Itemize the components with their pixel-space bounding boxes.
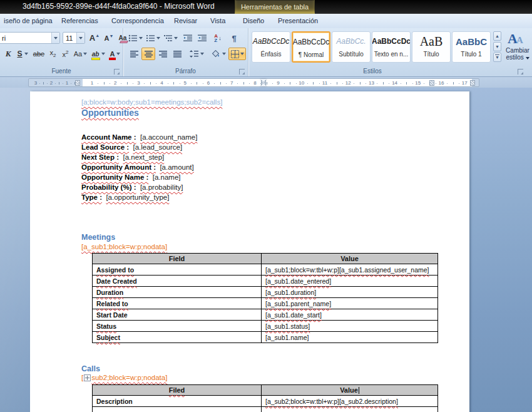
font-size-combo[interactable]: 11 (63, 32, 85, 44)
styles-scroll-down-button[interactable]: ▼ (493, 42, 501, 51)
ruler-tick (180, 83, 180, 84)
ribbon-tab-bar: iseño de página Referencias Corresponden… (0, 14, 532, 28)
superscript-button[interactable]: x2 (59, 48, 71, 60)
justify-button[interactable] (170, 48, 184, 60)
meetings-block-tag[interactable]: [a_sub1;block=w:p;nodata] (81, 243, 167, 250)
header-cell[interactable]: Field (93, 254, 262, 264)
line-spacing-button[interactable] (187, 48, 206, 60)
align-center-icon (145, 51, 153, 58)
strikethrough-button[interactable]: abe (31, 48, 46, 60)
ruler-tick (307, 83, 308, 84)
style-texto[interactable]: AaBbCcDc Texto en n... (372, 31, 411, 63)
indent-marker[interactable] (260, 79, 267, 86)
body-block-tag[interactable]: [a;block=w:body;sub1=meetings;sub2=calls… (81, 98, 222, 106)
document-page[interactable]: [a;block=w:body;sub1=meetings;sub2=calls… (30, 91, 469, 412)
ruler-tick (249, 83, 250, 84)
tab-diseno-tabla[interactable]: Diseño (239, 14, 268, 28)
header-cell[interactable]: Value (262, 385, 437, 395)
style-normal[interactable]: AaBbCcDc ¶ Normal (292, 31, 330, 63)
ruler-tick (74, 82, 75, 85)
styles-scroll-up-button[interactable]: ▲ (493, 31, 501, 41)
highlight-color-button[interactable]: ab (90, 48, 107, 60)
ruler-tick (71, 83, 71, 84)
tab-diseno-de-pagina[interactable]: iseño de página (0, 14, 56, 28)
bullets-button[interactable] (127, 32, 144, 44)
field-line[interactable]: Type : [a.opportunity_type] (81, 193, 169, 201)
meetings-heading[interactable]: Meetings (81, 233, 115, 242)
field-line[interactable]: Lead Source : [a.lead_source] (81, 143, 182, 151)
ruler-number: 17 (462, 80, 468, 86)
ruler-number: 15 (415, 80, 421, 86)
opportunities-heading[interactable]: Opportunities (81, 108, 139, 118)
shrink-font-button[interactable]: A ▼ (102, 31, 116, 44)
table-row: Related to [a_sub1.parent_name] (93, 298, 437, 309)
ruler-tick (121, 83, 121, 84)
align-right-button[interactable] (156, 48, 170, 60)
increase-indent-button[interactable] (195, 32, 209, 44)
ruler-number: 13 (369, 80, 374, 86)
table-move-handle-icon[interactable] (84, 374, 91, 381)
align-left-button[interactable] (127, 48, 141, 60)
paragraph-dialog-launcher[interactable] (239, 69, 245, 75)
style-enfasis[interactable]: AaBbCcDc Énfasis (252, 31, 290, 63)
ruler-tick (63, 83, 63, 84)
grow-font-button[interactable]: A ▲ (88, 31, 101, 44)
tab-correspondencia[interactable]: Correspondencia (108, 14, 168, 28)
subscript-button[interactable]: x2 (47, 48, 59, 60)
ruler-tick (284, 83, 285, 84)
font-color-button[interactable]: A (108, 48, 123, 60)
paragraph-group: A Z ↓ ¶ (123, 28, 248, 76)
calls-block-tag[interactable]: [sub2;block=w:p;nodata] (81, 374, 167, 381)
decrease-indent-button[interactable] (181, 32, 195, 44)
styles-more-button[interactable]: ▼ (493, 53, 501, 62)
multilevel-list-button[interactable] (162, 32, 179, 44)
style-titulo1[interactable]: AaBbC Título 1 (452, 31, 491, 63)
font-name-combo[interactable]: ri (0, 32, 60, 44)
ruler-tick (226, 83, 227, 84)
show-marks-button[interactable]: ¶ (227, 32, 241, 44)
header-cell[interactable]: Value (262, 254, 437, 264)
shading-button[interactable] (210, 48, 227, 60)
ruler-number: 1 (91, 80, 93, 86)
font-dialog-launcher[interactable] (114, 69, 120, 75)
ruler-tick (313, 82, 314, 85)
calls-heading[interactable]: Calls (81, 364, 100, 373)
sort-button[interactable]: A Z ↓ (210, 32, 225, 44)
tab-referencias[interactable]: Referencias (58, 14, 102, 28)
align-center-button[interactable] (141, 48, 155, 60)
ruler-bar: 3211234567891011121314151617 (28, 78, 479, 87)
numbering-button[interactable] (145, 32, 161, 44)
ruler-tick (55, 83, 56, 84)
right-margin-marker[interactable] (470, 80, 475, 86)
italic-button[interactable]: K (3, 48, 14, 60)
font-size-dropdown-icon[interactable] (76, 33, 84, 43)
ruler-tick (377, 83, 377, 84)
change-styles-button[interactable]: A A Cambiar estilos (504, 31, 531, 67)
field-line[interactable]: Probability (%) : [a.probability] (81, 183, 183, 191)
style-titulo[interactable]: AaB Título (412, 31, 451, 63)
tab-presentacion-tabla[interactable]: Presentación (274, 14, 322, 28)
ruler-tick (267, 82, 267, 85)
style-subtitulo[interactable]: AaBbCc. Subtítulo (332, 31, 371, 63)
italic-icon: K (6, 49, 11, 59)
tab-revisar[interactable]: Revisar (170, 14, 201, 28)
ruler-tick (260, 83, 261, 84)
title-bar: 3d4fb165-9592-899e-d44f-4fda0ca9f640 - M… (0, 0, 532, 14)
borders-button[interactable] (228, 48, 246, 60)
field-line[interactable]: Account Name : [a.account_name] (81, 133, 197, 141)
change-case-button[interactable]: Aa (72, 48, 89, 60)
ruler-tick (366, 83, 366, 84)
field-line[interactable]: Opportunity Amount : [a.amount] (81, 163, 194, 171)
ruler-tick (424, 83, 424, 84)
header-cell[interactable]: Filed (169, 386, 185, 394)
ribbon: ri 11 A ▲ A ▼ Aa (0, 28, 532, 77)
field-line[interactable]: Opportunity Name : [a.name] (81, 173, 180, 181)
underline-button[interactable]: S (14, 48, 31, 60)
styles-dialog-launcher[interactable] (518, 69, 523, 75)
font-name-dropdown-icon[interactable] (51, 33, 59, 43)
field-line[interactable]: Next Step : [a.next_step] (81, 153, 164, 161)
left-margin-marker[interactable] (75, 80, 80, 86)
tab-vista[interactable]: Vista (207, 14, 229, 28)
strikethrough-icon: abe (33, 50, 44, 58)
paint-bucket-icon (212, 50, 221, 58)
